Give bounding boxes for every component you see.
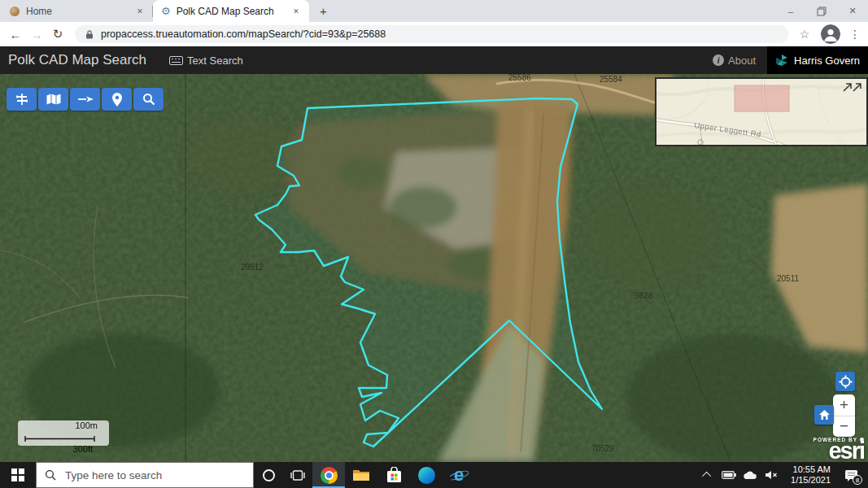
app-header: Polk CAD Map Search Text Search i About … bbox=[0, 46, 868, 74]
close-tab-icon[interactable]: ✕ bbox=[290, 5, 303, 18]
restore-icon bbox=[817, 7, 827, 16]
parcel-label: 9828 bbox=[635, 291, 653, 300]
esri-attribution: POWERED BY esri bbox=[813, 437, 864, 460]
gear-favicon: ⚙ bbox=[161, 6, 171, 16]
esri-logo: esri bbox=[813, 442, 864, 460]
taskbar-chrome-button[interactable] bbox=[312, 462, 345, 488]
map-icon bbox=[46, 93, 62, 106]
search-icon bbox=[142, 93, 155, 106]
tab-title: Home bbox=[26, 6, 130, 17]
locate-button[interactable] bbox=[835, 372, 855, 391]
close-window-button[interactable]: ✕ bbox=[837, 0, 868, 22]
overview-inset-map[interactable]: Upper Leggett Rd bbox=[655, 77, 868, 146]
profile-avatar[interactable] bbox=[821, 24, 840, 44]
zoom-control: + − bbox=[833, 394, 855, 437]
window-controls: – ✕ bbox=[775, 0, 868, 22]
action-center-button[interactable]: 8 bbox=[834, 462, 868, 488]
parcel-label: 20511 bbox=[777, 274, 800, 283]
task-view-button[interactable] bbox=[283, 462, 312, 488]
locate-icon bbox=[839, 375, 853, 389]
scale-bar: 100m 300ft bbox=[18, 420, 109, 446]
cortana-icon bbox=[263, 469, 275, 481]
tray-chevron-up-icon[interactable] bbox=[697, 462, 718, 488]
tab-title: Polk CAD Map Search bbox=[177, 6, 286, 17]
taskbar-store-button[interactable] bbox=[377, 462, 410, 488]
text-search-button[interactable]: Text Search bbox=[169, 54, 243, 67]
taskbar-search[interactable] bbox=[36, 462, 254, 488]
home-extent-button[interactable] bbox=[814, 405, 834, 425]
close-tab-icon[interactable]: ✕ bbox=[133, 5, 146, 18]
reload-button[interactable]: ↻ bbox=[47, 24, 68, 45]
minimize-button[interactable]: – bbox=[775, 0, 806, 22]
map-canvas[interactable]: 25586 25584 20512 9828 20511 70529 bbox=[0, 74, 868, 462]
lock-icon bbox=[85, 29, 94, 40]
windows-taskbar: e 10:55 AM 1/15/2021 bbox=[0, 462, 868, 488]
search-icon bbox=[45, 469, 56, 481]
clock-time: 10:55 AM bbox=[793, 464, 831, 475]
legend-icon bbox=[14, 92, 30, 107]
address-bar[interactable]: propaccess.trueautomation.com/mapSearch/… bbox=[75, 25, 788, 43]
onedrive-cloud-icon[interactable] bbox=[739, 462, 761, 488]
inset-map-graphic: Upper Leggett Rd bbox=[656, 79, 866, 145]
about-label: About bbox=[728, 54, 756, 67]
browser-tab-strip: Home ✕ ⚙ Polk CAD Map Search ✕ + – ✕ bbox=[0, 0, 868, 22]
new-tab-button[interactable]: + bbox=[316, 3, 331, 19]
task-view-icon bbox=[290, 469, 305, 481]
taskbar-ie-button[interactable]: e bbox=[443, 462, 475, 488]
microsoft-store-icon bbox=[386, 467, 402, 483]
chrome-icon bbox=[321, 467, 338, 484]
cortana-button[interactable] bbox=[254, 462, 283, 488]
edge-icon bbox=[418, 467, 435, 484]
browser-navbar: ← → ↻ propaccess.trueautomation.com/mapS… bbox=[0, 22, 868, 46]
map-search-button[interactable] bbox=[133, 88, 164, 111]
internet-explorer-icon: e bbox=[449, 465, 469, 485]
scale-line bbox=[23, 436, 104, 442]
basemap-button[interactable] bbox=[38, 88, 68, 111]
taskbar-edge-button[interactable] bbox=[410, 462, 443, 488]
parcel-label: 70529 bbox=[591, 444, 614, 453]
windows-logo-icon bbox=[11, 468, 25, 482]
parcel-label: 25586 bbox=[508, 74, 531, 82]
avatar-icon bbox=[821, 24, 840, 44]
taskbar-search-input[interactable] bbox=[63, 468, 226, 482]
scale-metric: 100m bbox=[23, 421, 98, 430]
location-button[interactable] bbox=[102, 88, 132, 111]
text-search-label: Text Search bbox=[187, 54, 243, 67]
measure-button[interactable] bbox=[70, 88, 100, 111]
forward-button[interactable]: → bbox=[26, 24, 47, 45]
legend-button[interactable] bbox=[7, 88, 37, 111]
browser-menu-icon[interactable]: ⋮ bbox=[847, 28, 863, 41]
harris-govern-link[interactable]: Harris Govern bbox=[767, 46, 868, 74]
parcel-label: 20512 bbox=[241, 263, 264, 272]
parcel-label: 25584 bbox=[600, 75, 622, 84]
volume-muted-icon[interactable] bbox=[761, 462, 782, 488]
info-icon: i bbox=[713, 54, 724, 66]
notification-badge: 8 bbox=[853, 475, 862, 485]
page-title: Polk CAD Map Search bbox=[8, 52, 146, 68]
clock-date: 1/15/2021 bbox=[791, 475, 831, 486]
start-button[interactable] bbox=[0, 462, 36, 488]
keyboard-icon bbox=[169, 56, 183, 65]
about-button[interactable]: i About bbox=[713, 54, 756, 67]
zoom-in-button[interactable]: + bbox=[833, 394, 855, 416]
tab-map-search[interactable]: ⚙ Polk CAD Map Search ✕ bbox=[153, 0, 309, 22]
home-icon bbox=[818, 409, 831, 420]
battery-icon[interactable] bbox=[718, 462, 739, 488]
measure-icon bbox=[76, 94, 94, 105]
system-tray: 10:55 AM 1/15/2021 8 bbox=[697, 462, 868, 488]
back-button[interactable]: ← bbox=[5, 24, 26, 45]
file-explorer-icon bbox=[352, 468, 370, 482]
taskbar-explorer-button[interactable] bbox=[345, 462, 377, 488]
map-toolbar bbox=[7, 88, 164, 111]
zoom-out-button[interactable]: − bbox=[833, 416, 855, 438]
bookmark-star-icon[interactable]: ☆ bbox=[795, 28, 814, 41]
extent-rectangle bbox=[735, 85, 789, 111]
scale-imperial: 300ft bbox=[23, 445, 93, 454]
url-text: propaccess.trueautomation.com/mapSearch/… bbox=[101, 28, 386, 40]
restore-button[interactable] bbox=[806, 0, 837, 22]
brand-label: Harris Govern bbox=[794, 54, 860, 67]
harris-govern-logo-icon bbox=[775, 54, 788, 67]
home-tab-favicon bbox=[10, 7, 20, 16]
tab-home[interactable]: Home ✕ bbox=[0, 0, 153, 22]
taskbar-clock[interactable]: 10:55 AM 1/15/2021 bbox=[782, 462, 834, 488]
